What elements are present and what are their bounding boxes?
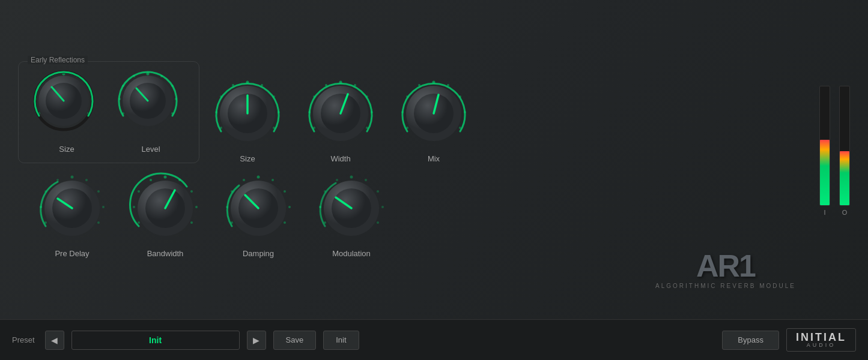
initial-audio-logo: INITIAL AUDIO [786,328,856,352]
preset-label: Preset [12,335,35,344]
svg-point-81 [138,221,140,224]
bypass-button[interactable]: Bypass [722,331,779,350]
output-meter-fill [840,151,849,205]
er-level-knob-container: Level [112,68,190,154]
bandwidth-knob-container: Bandwidth [120,172,210,258]
svg-point-89 [284,221,286,224]
preset-next-button[interactable]: ▶ [247,331,266,350]
bandwidth-label: Bandwidth [147,249,184,258]
svg-point-101 [377,221,379,224]
bandwidth-knob[interactable] [129,172,201,244]
ar1-subtitle: ALGORITHMIC REVERB MODULE [655,283,796,289]
early-reflections-section: Early Reflections [18,61,199,163]
svg-point-85 [257,176,260,179]
early-reflections-label: Early Reflections [28,56,88,64]
input-meter-fill [820,140,830,205]
output-meter-label: O [842,209,848,216]
width-knob[interactable] [305,77,377,149]
mix-label: Mix [428,154,440,163]
init-button[interactable]: Init [323,331,359,350]
er-size-label: Size [59,145,74,154]
input-meter-label: I [824,209,825,216]
bottom-bar: Preset ◀ Init ▶ Save Init Bypass INITIAL… [0,319,868,360]
modulation-knob-container: Modulation [306,172,396,258]
svg-point-78 [150,179,152,181]
brand-sub: AUDIO [807,343,836,348]
er-size-knob-container: Size [28,68,106,154]
er-level-label: Level [141,145,160,154]
size-knob-container: Size [202,77,293,163]
damping-knob-container: Damping [213,172,303,258]
size-knob[interactable] [211,77,284,149]
mix-knob[interactable] [398,77,470,149]
ar1-name: AR1 [655,250,796,281]
er-level-knob[interactable] [115,68,187,140]
pre-delay-label: Pre Delay [55,249,89,258]
svg-point-77 [190,221,193,224]
svg-point-88 [288,206,291,208]
mix-knob-container: Mix [389,77,479,163]
modulation-label: Modulation [332,249,371,258]
svg-point-87 [284,190,286,193]
vu-section: I O [819,86,850,234]
svg-point-102 [336,179,338,181]
svg-point-63 [97,190,100,193]
size-label: Size [240,154,255,163]
preset-prev-button[interactable]: ◀ [45,331,64,350]
svg-point-100 [381,206,384,208]
input-meter-bar [819,86,830,206]
er-size-knob[interactable] [31,68,103,140]
svg-point-65 [97,221,100,224]
svg-point-80 [133,206,135,208]
svg-point-97 [350,176,353,179]
svg-point-90 [243,179,245,181]
pre-delay-knob[interactable] [36,172,108,244]
pre-delay-knob-container: Pre Delay [27,172,117,258]
save-button[interactable]: Save [273,331,317,350]
damping-knob[interactable] [222,172,294,244]
preset-name-display[interactable]: Init [71,331,240,350]
svg-point-64 [102,206,105,208]
damping-label: Damping [243,249,274,258]
ar1-logo: AR1 ALGORITHMIC REVERB MODULE [655,250,796,289]
svg-point-61 [71,176,74,179]
plugin-area: Early Reflections [0,0,868,319]
brand-name: INITIAL [796,332,846,343]
modulation-knob[interactable] [315,172,387,244]
output-meter-bar [839,86,850,206]
plugin-container: Early Reflections [0,0,868,360]
svg-point-86 [272,179,274,181]
svg-point-66 [56,179,59,181]
output-meter: O [839,86,850,216]
svg-point-76 [195,206,198,208]
svg-point-98 [365,179,367,181]
svg-point-79 [138,190,140,193]
input-meter: I [819,86,830,216]
svg-point-75 [190,190,193,193]
width-label: Width [330,154,350,163]
svg-point-99 [377,190,379,193]
svg-point-62 [85,179,88,181]
width-knob-container: Width [296,77,386,163]
svg-point-73 [164,176,167,179]
